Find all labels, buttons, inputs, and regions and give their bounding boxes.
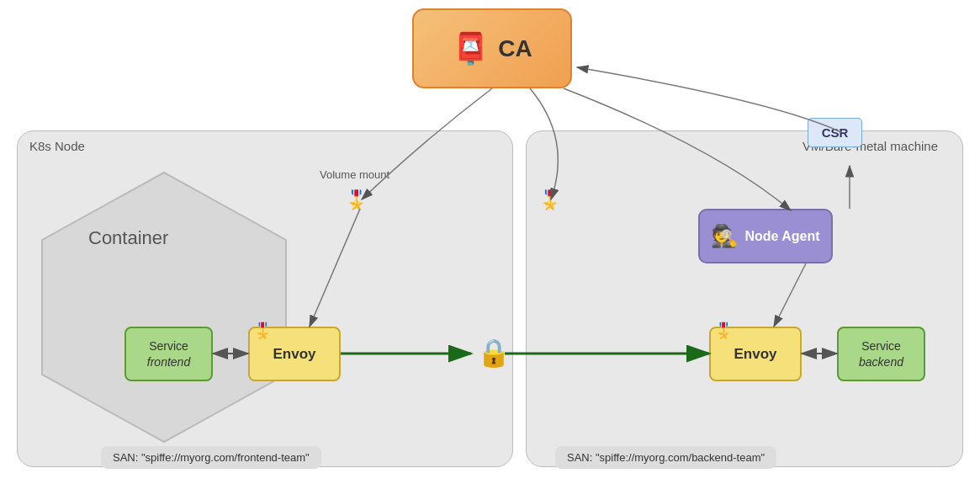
service-backend-box: Service backend bbox=[837, 327, 925, 381]
diagram: K8s Node VM/Bare-metal machine Container… bbox=[0, 0, 980, 500]
container-hexagon bbox=[34, 164, 294, 450]
k8s-node-label: K8s Node bbox=[29, 139, 85, 153]
cert-envoy-left: 🎖️ bbox=[253, 322, 272, 340]
cert-icon-right: 🎖️ bbox=[538, 189, 561, 211]
service-frontend-box: Service frontend bbox=[124, 327, 213, 381]
vm-machine-background bbox=[526, 130, 963, 467]
container-label: Container bbox=[88, 227, 168, 249]
ca-label: CA bbox=[498, 35, 532, 62]
service-backend-line2: backend bbox=[859, 355, 903, 369]
agent-icon: 🕵️ bbox=[711, 223, 738, 249]
envoy-right-label: Envoy bbox=[734, 346, 776, 363]
envoy-left-label: Envoy bbox=[273, 346, 315, 363]
cert-envoy-right: 🎖️ bbox=[714, 322, 733, 340]
stamp-icon: 📮 bbox=[452, 31, 490, 66]
lock-icon: 🔒 bbox=[477, 337, 511, 369]
node-agent-label: Node Agent bbox=[744, 229, 819, 244]
service-frontend-line2: frontend bbox=[147, 355, 190, 369]
ca-box: 📮 CA bbox=[412, 8, 572, 88]
csr-box: CSR bbox=[808, 118, 862, 147]
volume-mount-label: Volume mount bbox=[320, 168, 389, 181]
node-agent-box: 🕵️ Node Agent bbox=[698, 209, 833, 263]
svg-marker-0 bbox=[42, 173, 286, 442]
csr-label: CSR bbox=[822, 125, 849, 140]
envoy-left-box: 🎖️ Envoy bbox=[248, 327, 341, 381]
service-backend-line1: Service bbox=[861, 339, 901, 353]
san-label-right: SAN: "spiffe://myorg.com/backend-team" bbox=[555, 446, 776, 469]
service-frontend-line1: Service bbox=[149, 339, 188, 353]
cert-icon-left: 🎖️ bbox=[345, 189, 368, 211]
envoy-right-box: 🎖️ Envoy bbox=[709, 327, 802, 381]
san-label-left: SAN: "spiffe://myorg.com/frontend-team" bbox=[101, 446, 321, 469]
